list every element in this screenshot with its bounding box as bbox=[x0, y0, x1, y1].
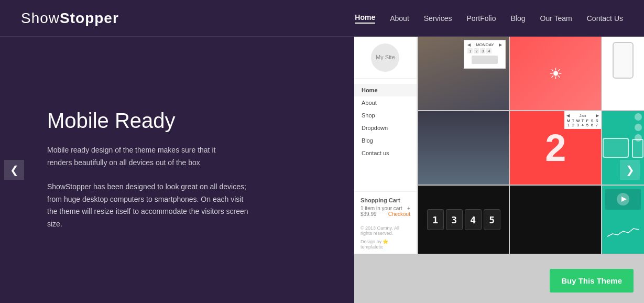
mock-sidebar: My Site Home About Shop Dropdown Blog Co… bbox=[354, 37, 417, 254]
mock-dark-cell bbox=[510, 186, 601, 254]
logo-text-light: Show bbox=[21, 10, 60, 26]
nav-item-about[interactable]: About bbox=[390, 14, 409, 23]
mini-cal-next: ▶ bbox=[596, 113, 599, 118]
mock-nav-home: Home bbox=[354, 84, 417, 96]
flip-digit-2: 3 bbox=[446, 209, 463, 230]
mosaic-grid: My Site Home About Shop Dropdown Blog Co… bbox=[354, 37, 644, 303]
mock-phone-small bbox=[632, 139, 643, 158]
mock-logo-circle: My Site bbox=[371, 44, 399, 72]
prev-arrow[interactable]: ❮ bbox=[4, 160, 24, 180]
mock-sidebar-icons bbox=[635, 113, 642, 142]
main-nav: Home About Services PortFolio Blog Our T… bbox=[355, 13, 623, 24]
mock-chart-cell bbox=[602, 186, 644, 254]
hero-description-1: Mobile ready design of the theme makes s… bbox=[47, 144, 236, 169]
mock-teal-top bbox=[605, 189, 641, 210]
flip-digit-1: 1 bbox=[427, 209, 444, 230]
mock-top-photo: ◀ MONDAY ▶ 1 2 3 4 bbox=[418, 37, 509, 110]
nav-item-portfolio[interactable]: PortFolio bbox=[466, 14, 496, 23]
mock-logo-text: My Site bbox=[376, 54, 395, 61]
mock-mid-photo-bg bbox=[418, 111, 509, 185]
mock-line-chart bbox=[607, 214, 639, 248]
mini-cal-prev: ◀ bbox=[566, 113, 570, 118]
hero-image-collage: My Site Home About Shop Dropdown Blog Co… bbox=[354, 37, 644, 303]
mock-cart-count: 1 item in your cart bbox=[361, 205, 402, 211]
mock-weather-widget: ☀ bbox=[549, 64, 563, 83]
mock-phone-mockup bbox=[613, 42, 634, 79]
mock-cal-nav: ◀ MONDAY ▶ bbox=[467, 42, 502, 47]
flip-digit-3: 4 bbox=[465, 209, 482, 230]
mock-mid-photo bbox=[418, 111, 509, 185]
mock-phone-cell bbox=[602, 37, 644, 110]
mock-chart-area bbox=[605, 212, 641, 251]
mock-search-bar bbox=[472, 56, 498, 64]
next-arrow[interactable]: ❯ bbox=[620, 160, 640, 180]
flip-digit-4: 5 bbox=[484, 209, 500, 230]
mock-flip-counter: 1 3 4 5 bbox=[418, 186, 509, 254]
mini-cal-month: Jan bbox=[580, 113, 586, 118]
mock-copyright: © 2013 Camny. All rights reserved. bbox=[354, 222, 417, 239]
mock-mini-cal: ◀ Jan ▶ M T W T F S S 1 2 3 bbox=[564, 111, 601, 129]
cal-row-1: 1 2 3 4 bbox=[467, 48, 502, 53]
mock-site-logo: My Site bbox=[354, 37, 417, 79]
mock-cart-title: Shopping Cart bbox=[361, 197, 410, 203]
nav-item-services[interactable]: Services bbox=[424, 14, 452, 23]
cal-prev: ◀ bbox=[467, 42, 471, 47]
hero-description-2: ShowStopper has been designed to look gr… bbox=[47, 181, 252, 231]
mock-weather-icon: ☀ bbox=[549, 64, 563, 83]
cal-next: ▶ bbox=[499, 42, 502, 47]
mock-weather-cell: ☀ bbox=[510, 37, 601, 110]
mock-big-number: 2 bbox=[545, 126, 566, 169]
mock-icon-3 bbox=[635, 134, 642, 142]
mini-cal-grid: M T W T F S S 1 2 3 4 5 6 7 bbox=[566, 119, 599, 127]
mock-mini-cal-nav: ◀ Jan ▶ bbox=[566, 113, 599, 118]
cal-month: MONDAY bbox=[476, 42, 494, 47]
mock-icon-2 bbox=[635, 124, 642, 131]
mock-cart: Shopping Cart 1 item in your cart + $39.… bbox=[354, 191, 417, 222]
mock-nav-dropdown: Dropdown bbox=[354, 122, 417, 134]
nav-item-home[interactable]: Home bbox=[355, 13, 375, 24]
mock-nav-about: About bbox=[354, 96, 417, 109]
design-credit-text: Design by bbox=[361, 239, 381, 244]
nav-item-our-team[interactable]: Our Team bbox=[540, 14, 572, 23]
mock-weather-bg: ☀ bbox=[510, 37, 601, 110]
main-section: ❮ Mobile Ready Mobile ready design of th… bbox=[0, 37, 644, 303]
mock-big-number-cell: 2 ◀ Jan ▶ M T W T F S S bbox=[510, 111, 601, 185]
mock-nav-contact: Contact us bbox=[354, 147, 417, 159]
mock-nav: Home About Shop Dropdown Blog Contact us bbox=[354, 79, 417, 165]
hero-heading: Mobile Ready bbox=[47, 109, 323, 133]
logo-text-bold: Stopper bbox=[60, 10, 119, 26]
chevron-left-icon: ❮ bbox=[10, 164, 19, 176]
hero-text-area: Mobile Ready Mobile ready design of the … bbox=[0, 37, 354, 303]
mock-cart-price-row: $39.99 Checkout bbox=[361, 211, 410, 217]
mock-icon-1 bbox=[635, 113, 642, 121]
buy-theme-button[interactable]: Buy This Theme bbox=[550, 269, 634, 293]
chevron-right-icon: ❯ bbox=[626, 164, 635, 176]
mock-play-icon bbox=[605, 191, 641, 207]
nav-item-contact-us[interactable]: Contact Us bbox=[587, 14, 623, 23]
nav-item-blog[interactable]: Blog bbox=[511, 14, 526, 23]
mock-cart-price: $39.99 bbox=[361, 211, 377, 217]
mock-checkout: Checkout bbox=[388, 211, 410, 217]
mock-cart-row: 1 item in your cart + bbox=[361, 205, 410, 211]
mock-cart-plus: + bbox=[407, 205, 410, 211]
mock-tablet bbox=[603, 138, 629, 158]
mock-nav-shop: Shop bbox=[354, 109, 417, 122]
logo[interactable]: ShowStopper bbox=[21, 10, 119, 27]
mock-design-credit: Design by ⭐ templatetic bbox=[354, 239, 417, 254]
mock-calendar-overlay: ◀ MONDAY ▶ 1 2 3 4 bbox=[464, 40, 506, 69]
header: ShowStopper Home About Services PortFoli… bbox=[0, 0, 644, 37]
mock-nav-blog: Blog bbox=[354, 134, 417, 147]
